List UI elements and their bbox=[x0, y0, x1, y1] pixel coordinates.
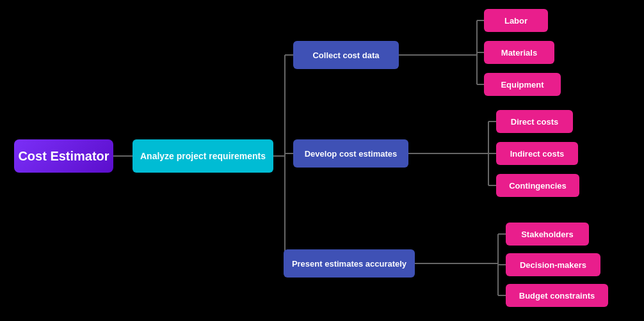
contingencies-node: Contingencies bbox=[496, 174, 579, 197]
equipment-label: Equipment bbox=[501, 80, 543, 90]
indirect-costs-label: Indirect costs bbox=[510, 149, 565, 159]
root-node: Cost Estimator bbox=[14, 139, 113, 173]
budget-constraints-label: Budget constraints bbox=[519, 291, 595, 301]
present-estimates-node: Present estimates accurately bbox=[284, 249, 415, 278]
indirect-costs-node: Indirect costs bbox=[496, 142, 578, 165]
labor-label: Labor bbox=[504, 16, 527, 26]
direct-costs-label: Direct costs bbox=[511, 117, 558, 127]
stakeholders-label: Stakeholders bbox=[521, 230, 574, 239]
stakeholders-node: Stakeholders bbox=[506, 223, 589, 246]
collect-cost-data-label: Collect cost data bbox=[312, 51, 379, 60]
direct-costs-node: Direct costs bbox=[496, 110, 573, 133]
budget-constraints-node: Budget constraints bbox=[506, 284, 608, 307]
collect-cost-data-node: Collect cost data bbox=[293, 41, 399, 69]
labor-node: Labor bbox=[484, 9, 548, 32]
level1-node: Analyze project requirements bbox=[133, 139, 273, 173]
develop-cost-estimates-node: Develop cost estimates bbox=[293, 139, 408, 168]
present-estimates-label: Present estimates accurately bbox=[292, 259, 407, 269]
level1-label: Analyze project requirements bbox=[140, 151, 266, 161]
materials-label: Materials bbox=[501, 48, 537, 58]
decision-makers-label: Decision-makers bbox=[520, 260, 586, 270]
contingencies-label: Contingencies bbox=[509, 181, 567, 191]
equipment-node: Equipment bbox=[484, 73, 561, 96]
develop-cost-estimates-label: Develop cost estimates bbox=[305, 149, 398, 159]
root-label: Cost Estimator bbox=[18, 149, 109, 164]
decision-makers-node: Decision-makers bbox=[506, 253, 600, 276]
materials-node: Materials bbox=[484, 41, 554, 64]
